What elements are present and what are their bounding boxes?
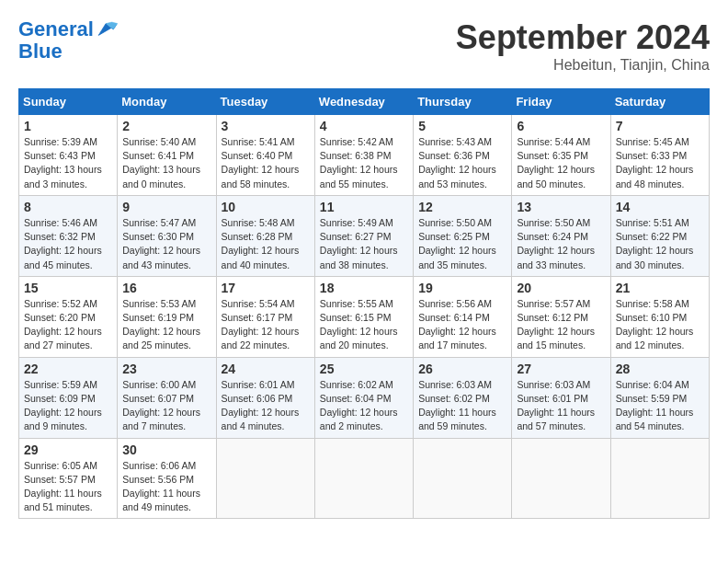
day-info: Sunrise: 5:47 AMSunset: 6:30 PMDaylight:… xyxy=(122,216,210,272)
day-info: Sunrise: 5:40 AMSunset: 6:41 PMDaylight:… xyxy=(122,135,210,191)
week-row-2: 8Sunrise: 5:46 AMSunset: 6:32 PMDaylight… xyxy=(19,195,710,276)
week-row-1: 1Sunrise: 5:39 AMSunset: 6:43 PMDaylight… xyxy=(19,115,710,196)
page-header: General Blue September 2024 Hebeitun, Ti… xyxy=(18,18,710,74)
calendar-cell: 19Sunrise: 5:56 AMSunset: 6:14 PMDayligh… xyxy=(414,276,512,357)
day-number: 27 xyxy=(517,362,605,376)
logo-text-2: Blue xyxy=(18,40,118,63)
day-info: Sunrise: 5:42 AMSunset: 6:38 PMDaylight:… xyxy=(320,135,408,191)
calendar-cell: 13Sunrise: 5:50 AMSunset: 6:24 PMDayligh… xyxy=(512,195,610,276)
logo-text: General xyxy=(18,18,94,40)
day-number: 25 xyxy=(320,362,408,376)
day-info: Sunrise: 5:52 AMSunset: 6:20 PMDaylight:… xyxy=(24,297,112,353)
day-header-tuesday: Tuesday xyxy=(216,89,314,115)
day-info: Sunrise: 5:50 AMSunset: 6:25 PMDaylight:… xyxy=(418,216,506,272)
calendar-cell: 21Sunrise: 5:58 AMSunset: 6:10 PMDayligh… xyxy=(610,276,709,357)
calendar-cell: 16Sunrise: 5:53 AMSunset: 6:19 PMDayligh… xyxy=(118,276,216,357)
day-info: Sunrise: 6:05 AMSunset: 5:57 PMDaylight:… xyxy=(24,459,112,515)
day-number: 29 xyxy=(24,442,112,457)
day-number: 26 xyxy=(418,362,506,376)
day-header-friday: Friday xyxy=(512,89,610,115)
day-number: 21 xyxy=(616,281,704,295)
calendar-cell: 27Sunrise: 6:03 AMSunset: 6:01 PMDayligh… xyxy=(512,357,610,438)
day-number: 5 xyxy=(418,119,506,133)
calendar-cell: 8Sunrise: 5:46 AMSunset: 6:32 PMDaylight… xyxy=(19,195,118,276)
day-number: 8 xyxy=(24,200,112,214)
day-info: Sunrise: 6:04 AMSunset: 5:59 PMDaylight:… xyxy=(616,378,704,434)
day-number: 19 xyxy=(418,281,506,295)
day-number: 16 xyxy=(122,281,210,295)
day-number: 24 xyxy=(222,362,310,376)
calendar-cell: 20Sunrise: 5:57 AMSunset: 6:12 PMDayligh… xyxy=(512,276,610,357)
day-number: 30 xyxy=(122,442,210,457)
day-header-sunday: Sunday xyxy=(19,89,118,115)
day-info: Sunrise: 5:57 AMSunset: 6:12 PMDaylight:… xyxy=(517,297,605,353)
day-header-monday: Monday xyxy=(118,89,216,115)
calendar-cell xyxy=(314,438,413,519)
day-info: Sunrise: 5:51 AMSunset: 6:22 PMDaylight:… xyxy=(616,216,704,272)
calendar-cell xyxy=(216,438,314,519)
title-block: September 2024 Hebeitun, Tianjin, China xyxy=(456,18,710,74)
calendar-cell: 11Sunrise: 5:49 AMSunset: 6:27 PMDayligh… xyxy=(314,195,413,276)
day-info: Sunrise: 5:46 AMSunset: 6:32 PMDaylight:… xyxy=(24,216,112,272)
day-number: 6 xyxy=(517,119,605,133)
calendar-cell: 7Sunrise: 5:45 AMSunset: 6:33 PMDaylight… xyxy=(610,115,709,196)
day-info: Sunrise: 5:50 AMSunset: 6:24 PMDaylight:… xyxy=(517,216,605,272)
day-number: 15 xyxy=(24,281,112,295)
day-info: Sunrise: 5:45 AMSunset: 6:33 PMDaylight:… xyxy=(616,135,704,191)
day-info: Sunrise: 6:06 AMSunset: 5:56 PMDaylight:… xyxy=(122,459,210,515)
calendar-cell: 26Sunrise: 6:03 AMSunset: 6:02 PMDayligh… xyxy=(414,357,512,438)
day-number: 13 xyxy=(517,200,605,214)
day-info: Sunrise: 6:01 AMSunset: 6:06 PMDaylight:… xyxy=(222,378,310,434)
calendar-cell: 18Sunrise: 5:55 AMSunset: 6:15 PMDayligh… xyxy=(314,276,413,357)
calendar-cell: 30Sunrise: 6:06 AMSunset: 5:56 PMDayligh… xyxy=(118,438,216,519)
day-info: Sunrise: 5:59 AMSunset: 6:09 PMDaylight:… xyxy=(24,378,112,434)
day-info: Sunrise: 5:39 AMSunset: 6:43 PMDaylight:… xyxy=(24,135,112,191)
day-info: Sunrise: 6:03 AMSunset: 6:01 PMDaylight:… xyxy=(517,378,605,434)
day-number: 9 xyxy=(122,200,210,214)
calendar-cell: 4Sunrise: 5:42 AMSunset: 6:38 PMDaylight… xyxy=(314,115,413,196)
calendar-cell: 24Sunrise: 6:01 AMSunset: 6:06 PMDayligh… xyxy=(216,357,314,438)
day-info: Sunrise: 5:55 AMSunset: 6:15 PMDaylight:… xyxy=(320,297,408,353)
day-header-wednesday: Wednesday xyxy=(314,89,413,115)
calendar-cell: 14Sunrise: 5:51 AMSunset: 6:22 PMDayligh… xyxy=(610,195,709,276)
calendar-cell: 12Sunrise: 5:50 AMSunset: 6:25 PMDayligh… xyxy=(414,195,512,276)
calendar-cell: 15Sunrise: 5:52 AMSunset: 6:20 PMDayligh… xyxy=(19,276,118,357)
day-info: Sunrise: 5:58 AMSunset: 6:10 PMDaylight:… xyxy=(616,297,704,353)
day-number: 4 xyxy=(320,119,408,133)
day-info: Sunrise: 6:03 AMSunset: 6:02 PMDaylight:… xyxy=(418,378,506,434)
logo: General Blue xyxy=(18,18,118,63)
calendar-cell: 23Sunrise: 6:00 AMSunset: 6:07 PMDayligh… xyxy=(118,357,216,438)
day-number: 1 xyxy=(24,119,112,133)
day-number: 11 xyxy=(320,200,408,214)
calendar-cell: 5Sunrise: 5:43 AMSunset: 6:36 PMDaylight… xyxy=(414,115,512,196)
header-row: SundayMondayTuesdayWednesdayThursdayFrid… xyxy=(19,89,710,115)
calendar-cell: 2Sunrise: 5:40 AMSunset: 6:41 PMDaylight… xyxy=(118,115,216,196)
calendar-cell: 29Sunrise: 6:05 AMSunset: 5:57 PMDayligh… xyxy=(19,438,118,519)
day-info: Sunrise: 6:00 AMSunset: 6:07 PMDaylight:… xyxy=(122,378,210,434)
calendar-cell: 25Sunrise: 6:02 AMSunset: 6:04 PMDayligh… xyxy=(314,357,413,438)
day-number: 10 xyxy=(222,200,310,214)
calendar-cell: 22Sunrise: 5:59 AMSunset: 6:09 PMDayligh… xyxy=(19,357,118,438)
day-number: 3 xyxy=(222,119,310,133)
day-number: 23 xyxy=(122,362,210,376)
week-row-3: 15Sunrise: 5:52 AMSunset: 6:20 PMDayligh… xyxy=(19,276,710,357)
day-number: 28 xyxy=(616,362,704,376)
day-info: Sunrise: 6:02 AMSunset: 6:04 PMDaylight:… xyxy=(320,378,408,434)
calendar-table: SundayMondayTuesdayWednesdayThursdayFrid… xyxy=(18,88,710,519)
day-info: Sunrise: 5:43 AMSunset: 6:36 PMDaylight:… xyxy=(418,135,506,191)
calendar-cell xyxy=(610,438,709,519)
day-info: Sunrise: 5:54 AMSunset: 6:17 PMDaylight:… xyxy=(222,297,310,353)
location: Hebeitun, Tianjin, China xyxy=(456,57,710,74)
week-row-4: 22Sunrise: 5:59 AMSunset: 6:09 PMDayligh… xyxy=(19,357,710,438)
calendar-cell: 17Sunrise: 5:54 AMSunset: 6:17 PMDayligh… xyxy=(216,276,314,357)
day-info: Sunrise: 5:56 AMSunset: 6:14 PMDaylight:… xyxy=(418,297,506,353)
day-info: Sunrise: 5:53 AMSunset: 6:19 PMDaylight:… xyxy=(122,297,210,353)
day-info: Sunrise: 5:48 AMSunset: 6:28 PMDaylight:… xyxy=(222,216,310,272)
day-header-saturday: Saturday xyxy=(610,89,709,115)
calendar-cell xyxy=(414,438,512,519)
day-number: 17 xyxy=(222,281,310,295)
calendar-cell: 6Sunrise: 5:44 AMSunset: 6:35 PMDaylight… xyxy=(512,115,610,196)
calendar-cell xyxy=(512,438,610,519)
day-number: 22 xyxy=(24,362,112,376)
day-number: 12 xyxy=(418,200,506,214)
